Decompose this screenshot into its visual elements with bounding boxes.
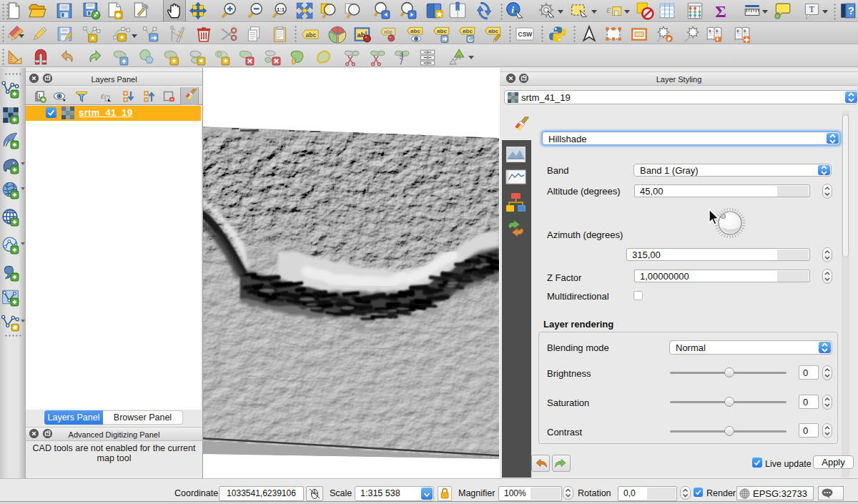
svg-text:abc: abc — [488, 28, 498, 34]
svg-text:ε: ε — [101, 91, 104, 101]
svg-text:i: i — [511, 4, 514, 15]
svg-text:abc: abc — [410, 28, 420, 34]
svg-text:T: T — [809, 4, 815, 14]
svg-text:?: ? — [848, 5, 854, 16]
svg-text:Σ: Σ — [715, 2, 726, 20]
svg-text:abc: abc — [463, 28, 473, 34]
svg-text:abc: abc — [437, 28, 447, 34]
svg-text:ε: ε — [606, 3, 611, 15]
svg-text:ab: ab — [384, 29, 391, 35]
svg-text:1:1: 1:1 — [277, 6, 285, 13]
svg-text:abc: abc — [306, 31, 317, 39]
svg-text:CSW: CSW — [518, 31, 533, 38]
